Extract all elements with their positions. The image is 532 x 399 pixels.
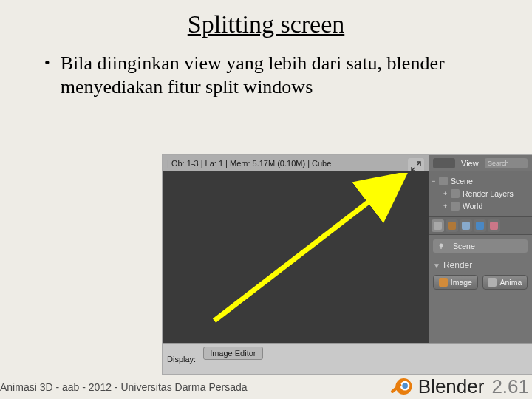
expand-icon: [411, 161, 421, 171]
expand-icon[interactable]: +: [443, 202, 451, 210]
tab-scene[interactable]: [460, 219, 472, 232]
brand-version: 2.61: [491, 375, 529, 398]
render-layers-icon: [451, 189, 460, 198]
animation-icon: [488, 278, 497, 287]
pin-icon[interactable]: [437, 242, 445, 250]
expand-icon[interactable]: −: [432, 177, 439, 185]
tree-render-layers[interactable]: + Render Layers: [432, 187, 531, 200]
button-label: Anima: [499, 278, 522, 287]
outliner-header: View Search: [429, 155, 532, 171]
properties-panel: Scene ▼ Render Image Anima: [429, 235, 532, 293]
tree-world[interactable]: + World: [432, 200, 531, 212]
search-input[interactable]: Search: [485, 158, 528, 168]
properties-tab-strip: [429, 216, 532, 235]
3d-viewport[interactable]: [163, 171, 429, 343]
editor-type-dropdown[interactable]: [433, 158, 455, 168]
display-label: Display:: [167, 355, 196, 364]
expand-icon[interactable]: +: [443, 190, 451, 197]
svg-point-5: [402, 383, 408, 389]
button-label: Image: [451, 278, 472, 287]
render-animation-button[interactable]: Anima: [482, 275, 528, 290]
tree-scene[interactable]: − Scene: [432, 174, 531, 187]
tab-constraints[interactable]: [488, 219, 500, 232]
scene-datablock-field[interactable]: Scene: [433, 239, 528, 253]
tree-label: World: [463, 202, 482, 211]
tab-render-layers[interactable]: [446, 219, 458, 232]
bullet-text: Bila diinginkan view yang lebih dari sat…: [61, 52, 492, 99]
render-image-button[interactable]: Image: [433, 275, 478, 290]
view-menu[interactable]: View: [461, 159, 479, 168]
viewport-status-bar: | Ob: 1-3 | La: 1 | Mem: 5.17M (0.10M) |…: [163, 155, 429, 171]
datablock-name: Scene: [453, 242, 475, 250]
slide-footer: Animasi 3D - aab - 2012 - Universitas Da…: [0, 381, 248, 393]
blender-screenshot: | Ob: 1-3 | La: 1 | Mem: 5.17M (0.10M) |…: [163, 155, 532, 374]
right-panel: View Search − Scene + Render Layers + W: [429, 155, 532, 346]
display-bar: Display: Image Editor: [163, 343, 532, 374]
tab-render[interactable]: [432, 219, 444, 232]
tab-world[interactable]: [474, 219, 486, 232]
blender-logo: Blender 2.61: [389, 374, 529, 399]
display-mode-dropdown[interactable]: Image Editor: [203, 347, 262, 360]
outliner-tree[interactable]: − Scene + Render Layers + World: [429, 171, 532, 216]
tree-label: Render Layers: [463, 189, 514, 198]
section-label: Render: [443, 260, 472, 270]
blender-icon: [389, 374, 414, 399]
image-icon: [439, 278, 448, 287]
svg-rect-2: [440, 246, 441, 249]
chevron-down-icon: ▼: [433, 262, 440, 270]
bullet-marker: •: [44, 52, 50, 74]
brand-name: Blender: [418, 375, 485, 398]
bullet-item: • Bila diinginkan view yang lebih dari s…: [44, 52, 492, 99]
render-section-header[interactable]: ▼ Render: [433, 260, 528, 270]
scene-icon: [439, 177, 448, 185]
world-icon: [451, 202, 460, 211]
tree-label: Scene: [451, 177, 473, 185]
slide-title: Splitting screen: [0, 0, 532, 38]
